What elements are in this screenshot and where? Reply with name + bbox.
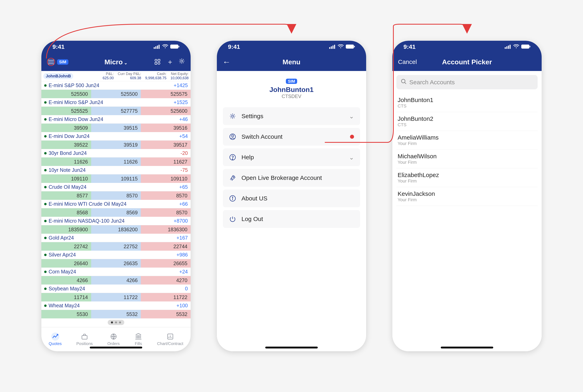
ask-price[interactable]: 11627	[141, 158, 191, 166]
menu-switch-account[interactable]: Switch Account	[223, 128, 360, 146]
quote-row[interactable]: Silver Apr24 +986	[41, 251, 191, 259]
quote-row[interactable]: E-mini Micro WTI Crude Oil May24 +66	[41, 200, 191, 208]
quote-row[interactable]: E-mini Micro Dow Jun24 +46	[41, 115, 191, 124]
account-row[interactable]: AmeliaWilliams Your Firm	[396, 131, 538, 150]
grid-icon[interactable]	[154, 58, 162, 66]
ask-price[interactable]: 8570	[141, 208, 191, 217]
price-row[interactable]: 39522 39519 39517	[41, 140, 191, 149]
bid-price[interactable]: 525500	[91, 90, 141, 98]
tab-orders[interactable]: Orders	[107, 332, 120, 346]
account-row[interactable]: KevinJackson Your Firm	[396, 187, 538, 206]
menu-open-account[interactable]: Open Live Brokerage Account	[223, 169, 360, 187]
price-row[interactable]: 11714 11722 11722	[41, 293, 191, 302]
ask-price[interactable]: 5532	[141, 310, 191, 318]
bid-price[interactable]: 22752	[91, 242, 141, 251]
bid-price[interactable]: 11722	[91, 293, 141, 302]
quote-row[interactable]: Gold Apr24 +167	[41, 234, 191, 242]
bid-price[interactable]: 5532	[91, 310, 141, 318]
ask-price[interactable]: 22744	[141, 242, 191, 251]
bid-price[interactable]: 39515	[91, 124, 141, 132]
last-price[interactable]: 525525	[41, 107, 91, 115]
quote-row[interactable]: 30yr Bond Jun24 -20	[41, 149, 191, 158]
price-row[interactable]: 26640 26635 26655	[41, 259, 191, 268]
quote-row[interactable]: Wheat May24 +100	[41, 302, 191, 310]
ask-price[interactable]: 39516	[141, 124, 191, 132]
last-price[interactable]: 5530	[41, 310, 91, 318]
wifi-icon	[338, 43, 344, 50]
tab-fills[interactable]: Fills	[134, 332, 142, 346]
price-row[interactable]: 22742 22752 22744	[41, 242, 191, 251]
quote-row[interactable]: Crude Oil May24 +65	[41, 183, 191, 191]
ask-price[interactable]: 4270	[141, 276, 191, 284]
status-dot	[44, 304, 47, 307]
pager-dots[interactable]	[108, 320, 124, 325]
ask-price[interactable]: 26655	[141, 259, 191, 268]
symbol-change: +1525	[174, 100, 188, 105]
last-price[interactable]: 4266	[41, 276, 91, 284]
price-row[interactable]: 11626 11626 11627	[41, 158, 191, 166]
quote-row[interactable]: E-mini S&P 500 Jun24 +1425	[41, 81, 191, 90]
menu-help[interactable]: Help ⌄	[223, 148, 360, 166]
price-row[interactable]: 109110 109115 109110	[41, 174, 191, 183]
price-row[interactable]: 8568 8569 8570	[41, 208, 191, 217]
tab-quotes[interactable]: Quotes	[49, 332, 62, 346]
bid-price[interactable]: 1836200	[91, 225, 141, 234]
last-price[interactable]: 26640	[41, 259, 91, 268]
account-pill[interactable]: JohnBJohnB	[43, 73, 73, 79]
search-input[interactable]: Search Accounts	[396, 75, 538, 89]
ask-price[interactable]: 8570	[141, 191, 191, 200]
quote-row[interactable]: Soybean May24 0	[41, 284, 191, 293]
back-arrow-icon[interactable]: ←	[223, 58, 231, 66]
bid-price[interactable]: 11626	[91, 158, 141, 166]
price-row[interactable]: 525525 527775 525600	[41, 107, 191, 115]
bid-price[interactable]: 8570	[91, 191, 141, 200]
account-row[interactable]: MichaelWilson Your Firm	[396, 150, 538, 168]
menu-settings[interactable]: Settings ⌄	[223, 107, 360, 125]
ask-price[interactable]: 109110	[141, 174, 191, 183]
bid-price[interactable]: 527775	[91, 107, 141, 115]
bid-price[interactable]: 39519	[91, 140, 141, 149]
last-price[interactable]: 525500	[41, 90, 91, 98]
last-price[interactable]: 109110	[41, 174, 91, 183]
bid-price[interactable]: 8569	[91, 208, 141, 217]
ask-price[interactable]: 39517	[141, 140, 191, 149]
last-price[interactable]: 11714	[41, 293, 91, 302]
tab-chartcontract[interactable]: Chart/Contract	[157, 332, 183, 346]
last-price[interactable]: 39522	[41, 140, 91, 149]
account-row[interactable]: JohnBunton2 CTS	[396, 112, 538, 131]
quote-row[interactable]: E-mini Dow Jun24 +54	[41, 132, 191, 140]
account-row[interactable]: ElizabethLopez Your Firm	[396, 168, 538, 187]
ask-price[interactable]: 11722	[141, 293, 191, 302]
quote-row[interactable]: 10yr Note Jun24 -75	[41, 166, 191, 174]
last-price[interactable]: 22742	[41, 242, 91, 251]
price-row[interactable]: 4266 4266 4270	[41, 276, 191, 284]
quote-row[interactable]: E-mini Micro NASDAQ-100 Jun24 +8700	[41, 217, 191, 225]
quotes-list[interactable]: E-mini S&P 500 Jun24 +1425525500 525500 …	[41, 81, 191, 327]
ask-price[interactable]: 1836300	[141, 225, 191, 234]
menu-hamburger-icon[interactable]	[47, 58, 55, 66]
menu-logout[interactable]: Log Out	[223, 210, 360, 228]
last-price[interactable]: 8577	[41, 191, 91, 200]
ask-price[interactable]: 525600	[141, 107, 191, 115]
last-price[interactable]: 11626	[41, 158, 91, 166]
cancel-button[interactable]: Cancel	[398, 58, 417, 65]
plus-icon[interactable]: ＋	[167, 57, 174, 66]
bid-price[interactable]: 4266	[91, 276, 141, 284]
last-price[interactable]: 1835900	[41, 225, 91, 234]
gear-icon[interactable]	[179, 58, 185, 66]
quote-row[interactable]: Corn May24 +24	[41, 268, 191, 276]
price-row[interactable]: 525500 525500 525575	[41, 90, 191, 98]
account-row[interactable]: JohnBunton1 CTS	[396, 93, 538, 112]
tab-positions[interactable]: Positions	[76, 332, 93, 346]
menu-about[interactable]: About US	[223, 190, 360, 207]
price-row[interactable]: 8577 8570 8570	[41, 191, 191, 200]
bid-price[interactable]: 109115	[91, 174, 141, 183]
ask-price[interactable]: 525575	[141, 90, 191, 98]
bid-price[interactable]: 26635	[91, 259, 141, 268]
price-row[interactable]: 1835900 1836200 1836300	[41, 225, 191, 234]
last-price[interactable]: 39509	[41, 124, 91, 132]
price-row[interactable]: 5530 5532 5532	[41, 310, 191, 318]
quote-row[interactable]: E-mini Micro S&P Jun24 +1525	[41, 98, 191, 107]
price-row[interactable]: 39509 39515 39516	[41, 124, 191, 132]
last-price[interactable]: 8568	[41, 208, 91, 217]
